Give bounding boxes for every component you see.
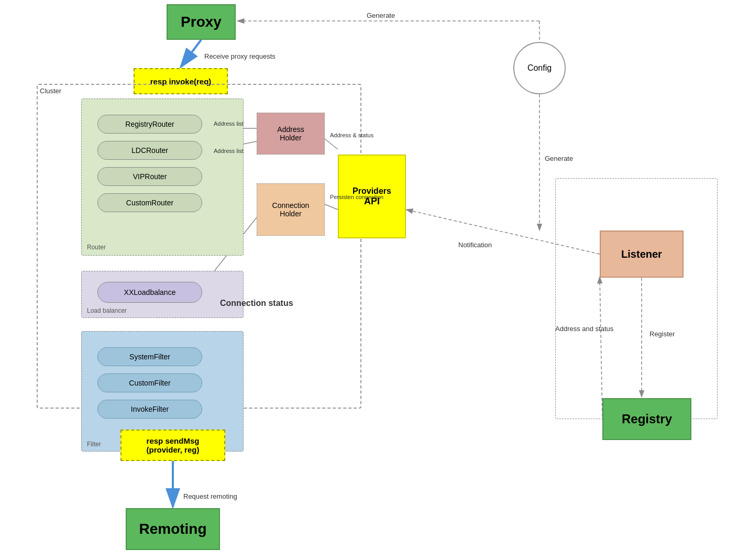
system-filter: SystemFilter [97,347,202,366]
svg-line-4 [181,40,201,67]
generate-bottom-label: Generate [545,155,573,162]
registry-label: Registry [622,412,672,426]
notification-label: Notification [458,241,492,249]
proxy-label: Proxy [181,14,222,30]
address-list-1-label: Address list [214,119,244,127]
config-label: Config [527,63,552,73]
router-label: Router [87,244,106,251]
request-remoting-label: Request remoting [183,492,237,500]
remoting-label: Remoting [139,521,206,537]
sendmsg-node: resp sendMsg (provider, reg) [120,430,225,461]
listener-region [555,178,718,419]
diagram: Proxy Receive proxy requests resp invoke… [0,0,749,560]
registry-router: RegistryRouter [97,115,202,134]
registry-node: Registry [602,398,691,440]
sendmsg-label: resp sendMsg (provider, reg) [147,436,200,454]
filter-label: Filter [87,441,101,448]
cluster-label: Cluster [40,87,61,95]
register-label: Register [649,330,675,338]
receive-proxy-label: Receive proxy requests [204,52,276,60]
listener-label: Listener [621,248,662,260]
vip-router: VIPRouter [97,167,202,186]
loadbalancer-region: XXLoadbalance Load balancer [81,271,244,318]
ldc-router: LDCRouter [97,141,202,160]
generate-top-label: Generate [367,12,395,19]
address-status-label: Address and status [555,325,613,333]
loadbalancer-label: Load balancer [87,307,127,314]
connection-status-label: Connection status [220,299,293,308]
address-list-2-label: Address list [214,147,244,155]
listener-node: Listener [600,230,684,278]
connection-holder: Connection Holder [257,183,325,236]
custom-filter: CustomFilter [97,374,202,392]
invoke-filter: InvokeFilter [97,400,202,419]
xxloadbalance: XXLoadbalance [97,282,202,303]
persistent-connection-label: Persisten connection [330,193,383,201]
custom-router: CustomRouter [97,193,202,212]
remoting-node: Remoting [126,508,220,550]
address-status-providers-label: Address & status [330,131,373,139]
address-holder: Address Holder [257,113,325,155]
config-node: Config [513,42,566,94]
proxy-node: Proxy [167,4,236,40]
